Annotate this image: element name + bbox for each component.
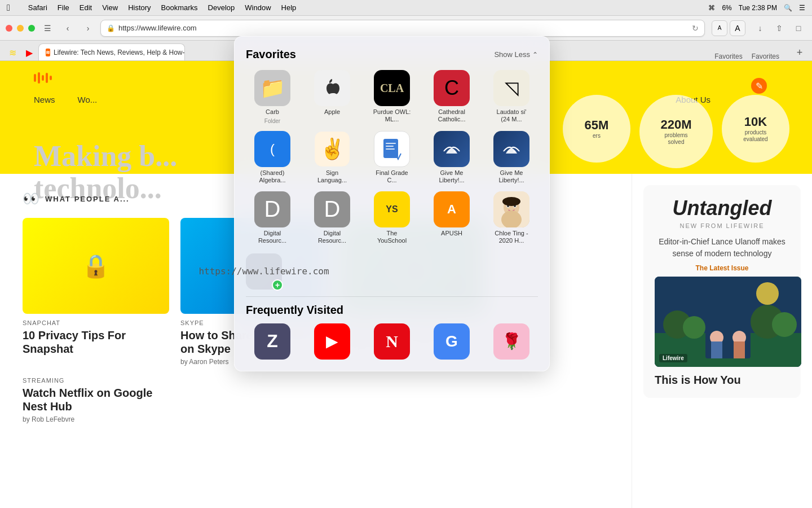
- fav-item-giveme2[interactable]: Give Me Liberty!...: [485, 131, 538, 184]
- show-less-button[interactable]: Show Less ⌃: [494, 50, 538, 59]
- bird-icon-1: [438, 135, 465, 163]
- menu-view[interactable]: View: [102, 3, 118, 12]
- nav-wo[interactable]: Wo...: [78, 95, 98, 104]
- untangled-description: Editor-in-Chief Lance Ulanoff makes sens…: [655, 236, 789, 260]
- pencil-icon: ✎: [751, 78, 767, 94]
- wifi-icon[interactable]: ⌘: [708, 4, 715, 12]
- show-less-label: Show Less: [494, 50, 530, 59]
- fav-item-youschool[interactable]: YS The YouSchool: [365, 191, 418, 244]
- close-button[interactable]: [6, 25, 12, 32]
- active-tab[interactable]: ≋ Lifewire: Tech News, Reviews, Help & H…: [38, 43, 185, 60]
- new-tab-button[interactable]: □: [791, 20, 806, 36]
- menu-edit[interactable]: Edit: [80, 3, 92, 12]
- menu-file[interactable]: File: [58, 3, 69, 12]
- add-bookmark-item[interactable]: https://www.lifewire.com +: [246, 253, 282, 290]
- tab-icon-wave[interactable]: ≋: [5, 45, 20, 60]
- url-bar[interactable]: 🔒 ↻: [100, 20, 705, 37]
- svg-point-6: [772, 312, 797, 337]
- fav-sublabel-carb: Folder: [264, 118, 280, 124]
- nav-news[interactable]: News: [34, 95, 55, 104]
- window-controls: [6, 25, 35, 32]
- fav-icon-signlang: ✌: [314, 131, 350, 167]
- sidebar-toggle-button[interactable]: ☰: [39, 20, 55, 36]
- menu-window[interactable]: Window: [245, 3, 271, 12]
- fav-item-finalgrade[interactable]: Final Grade C...: [365, 131, 418, 184]
- font-large-button[interactable]: A: [730, 20, 745, 36]
- magazine-cover-inner: Lifewire: [655, 277, 801, 367]
- fav-icon-apple: [314, 70, 350, 106]
- fav-icon-purdue: CLA: [374, 70, 410, 106]
- svg-rect-11: [734, 341, 745, 358]
- fav-label-apush: APUSH: [441, 230, 462, 237]
- fav-item-signlang[interactable]: ✌ Sign Languag...: [306, 131, 359, 184]
- menu-develop[interactable]: Develop: [208, 3, 235, 12]
- fav-item-cathedral[interactable]: C Cathedral Catholic...: [425, 70, 478, 124]
- stats-section: 65M ers 220M problemssolved 10K products…: [563, 95, 789, 168]
- maximize-button[interactable]: [28, 25, 35, 32]
- menu-history[interactable]: History: [128, 3, 151, 12]
- svg-point-19: [514, 151, 515, 152]
- freq-icon-google: G: [434, 323, 470, 360]
- frequently-visited-grid: Z ▶ N G 🌹: [246, 323, 538, 360]
- fav-label-cathedral: Cathedral Catholic...: [432, 108, 471, 123]
- minimize-button[interactable]: [17, 25, 24, 32]
- freq-icon-pink: 🌹: [493, 323, 529, 360]
- notification-icon[interactable]: ☰: [799, 4, 805, 12]
- fav-icon-algebra: (: [254, 131, 290, 167]
- freq-icon-netflix: N: [374, 323, 410, 360]
- refresh-icon[interactable]: ↻: [692, 24, 699, 33]
- favorites-label-2: Favorites: [752, 52, 779, 60]
- fav-item-algebra[interactable]: ( (Shared) Algebra...: [246, 131, 299, 184]
- dropdown-separator: [246, 296, 538, 297]
- fav-item-digital1[interactable]: D Digital Resourc...: [246, 191, 299, 244]
- menu-safari[interactable]: Safari: [28, 3, 47, 12]
- fav-item-chloe[interactable]: Chloe Ting - 2020 H...: [485, 191, 538, 244]
- freq-item-pink[interactable]: 🌹: [485, 323, 538, 360]
- menu-bookmarks[interactable]: Bookmarks: [161, 3, 198, 12]
- fav-item-apush[interactable]: A APUSH: [425, 191, 478, 244]
- fav-icon-digital1: D: [254, 191, 290, 227]
- frequently-visited-title: Frequently Visited: [246, 304, 538, 317]
- article-title-netflix[interactable]: Watch Netflix on Google Nest Hub: [23, 386, 169, 413]
- fav-label-chloe: Chloe Ting - 2020 H...: [492, 230, 531, 244]
- search-icon[interactable]: 🔍: [784, 4, 792, 12]
- untangled-title: Untangled: [655, 196, 789, 220]
- svg-rect-10: [711, 341, 722, 358]
- fav-item-giveme1[interactable]: Give Me Liberty!...: [425, 131, 478, 184]
- article-title[interactable]: 10 Privacy Tips For Snapshat: [23, 329, 169, 356]
- section-label: WHAT PEOPLE A...: [45, 195, 130, 203]
- fav-item-carb[interactable]: 📁 Carb Folder: [246, 70, 299, 124]
- apple-menu-icon[interactable]: : [7, 3, 10, 13]
- magazine-cover[interactable]: Lifewire: [655, 277, 801, 367]
- freq-item-z[interactable]: Z: [246, 323, 299, 360]
- back-button[interactable]: ‹: [60, 20, 76, 36]
- share-button[interactable]: ⇧: [771, 20, 787, 36]
- clock: Tue 2:38 PM: [739, 4, 777, 12]
- favorites-label: Favorites: [714, 52, 742, 60]
- fav-item-purdue[interactable]: CLA Purdue OWL: ML...: [365, 70, 418, 124]
- freq-item-google[interactable]: G: [425, 323, 478, 360]
- tab-icon-yt[interactable]: ▶: [21, 45, 37, 60]
- stat-products: 10K productsevaluated: [722, 95, 789, 163]
- url-input[interactable]: [118, 24, 689, 32]
- menu-help[interactable]: Help: [281, 3, 297, 12]
- fav-item-laudato[interactable]: ◹ Laudato si' (24 M...: [485, 70, 538, 124]
- fav-item-digital2[interactable]: D Digital Resourc...: [306, 191, 359, 244]
- new-tab-add-button[interactable]: +: [792, 45, 807, 60]
- this-is-how-text: This is How You: [655, 374, 789, 387]
- fav-label-digital1: Digital Resourc...: [253, 230, 292, 244]
- forward-button[interactable]: ›: [80, 20, 96, 36]
- download-button[interactable]: ↓: [752, 20, 768, 36]
- svg-point-4: [683, 316, 705, 339]
- chloe-portrait-svg: [493, 191, 529, 227]
- freq-item-youtube[interactable]: ▶: [306, 323, 359, 360]
- fav-label-apple: Apple: [324, 108, 340, 116]
- freq-item-netflix[interactable]: N: [365, 323, 418, 360]
- fav-item-apple[interactable]: Apple: [306, 70, 359, 124]
- apple-logo-svg: [321, 77, 343, 99]
- lock-icon: 🔒: [107, 24, 115, 32]
- eyes-emoji: 👀: [23, 191, 39, 207]
- tab-title: Lifewire: Tech News, Reviews, Help & How…: [54, 49, 185, 56]
- browser-action-buttons: ↓ ⇧ □: [752, 20, 806, 36]
- font-small-button[interactable]: A: [712, 20, 727, 36]
